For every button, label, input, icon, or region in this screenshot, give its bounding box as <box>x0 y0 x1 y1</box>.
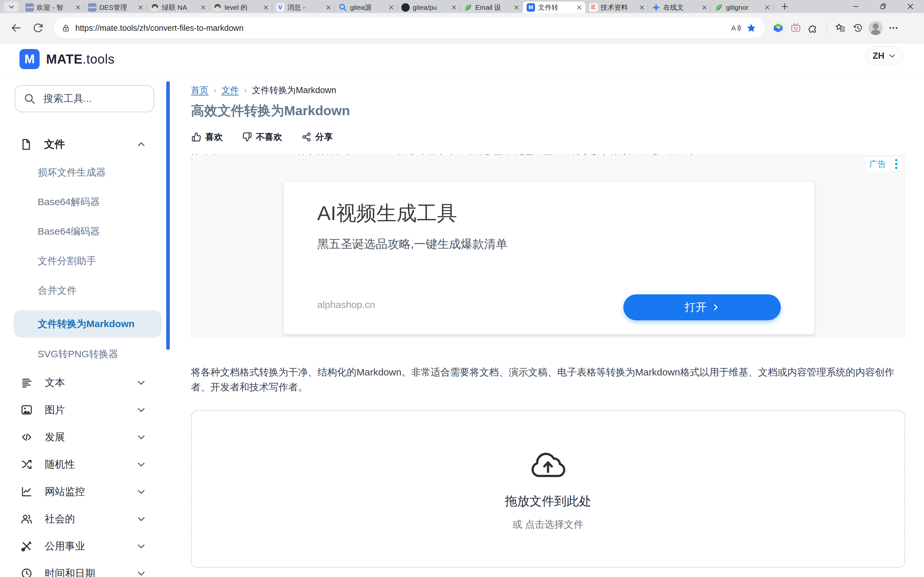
language-selector[interactable]: ZH <box>866 47 903 65</box>
browser-tab[interactable]: 技术资料 <box>585 2 648 13</box>
tab-close-icon[interactable] <box>326 5 332 10</box>
browser-tab[interactable]: gitignor <box>711 2 773 13</box>
sidebar-item-convert-files-to-markdown[interactable]: 文件转换为Markdown <box>14 310 162 337</box>
browser-tab-active[interactable]: M 文件转 <box>523 2 585 13</box>
favorites-icon[interactable] <box>832 19 849 37</box>
extensions-puzzle-icon[interactable] <box>805 19 822 37</box>
tab-close-icon[interactable] <box>138 5 144 10</box>
browser-tab[interactable]: Email 设 <box>460 2 523 13</box>
search-input[interactable] <box>43 93 140 105</box>
close-window-button[interactable] <box>897 0 924 13</box>
sidebar-category-development[interactable]: 发展 <box>0 426 166 448</box>
tab-title: 在线文 <box>663 3 700 12</box>
dropzone-secondary-text[interactable]: 或 点击选择文件 <box>513 518 584 531</box>
sidebar-item-base64-encoder[interactable]: Base64编码器 <box>14 218 162 245</box>
bookmark-star-icon[interactable] <box>743 20 759 36</box>
browser-tab[interactable]: Cowin 欢迎 - 智 <box>21 2 84 13</box>
chevron-down-icon[interactable] <box>136 378 146 387</box>
sidebar-item-base64-decoder[interactable]: Base64解码器 <box>14 188 162 216</box>
red-doc-favicon <box>589 3 598 12</box>
sidebar-category-text[interactable]: 文本 <box>0 371 166 394</box>
sidebar-category-time-and-date[interactable]: 时间和日期 <box>0 562 166 577</box>
sidebar: 文件 损坏文件生成器 Base64解码器 Base64编码器 文件分割助手 合并… <box>0 75 182 577</box>
tab-close-icon[interactable] <box>200 5 206 10</box>
ad-open-button[interactable]: 打开 <box>623 294 781 320</box>
sidebar-category-website-monitoring[interactable]: 网站监控 <box>0 480 166 503</box>
browser-tab[interactable]: gitea源 <box>335 2 397 13</box>
cowin-favicon: Cowin <box>88 3 97 12</box>
tv-extension-icon[interactable] <box>787 19 805 37</box>
browser-tab[interactable]: 绿联 NA <box>147 2 210 13</box>
window-controls <box>842 0 924 13</box>
tool-search-box[interactable] <box>15 85 154 112</box>
sidebar-category-label: 发展 <box>45 430 136 444</box>
tab-close-icon[interactable] <box>576 5 582 10</box>
sidebar-item-svg-to-png[interactable]: SVG转PNG转换器 <box>14 340 162 367</box>
toolbar-divider <box>827 22 827 34</box>
breadcrumb-home-link[interactable]: 首页 <box>191 84 208 96</box>
ad-options-dots-icon[interactable] <box>890 158 901 170</box>
sidebar-scrollbar[interactable] <box>166 81 170 350</box>
browser-tab[interactable]: Cowin DES管理 <box>84 2 147 13</box>
tab-title: 绿联 NA <box>162 3 198 12</box>
sidebar-item-merge-files[interactable]: 合并文件 <box>14 277 162 304</box>
tab-close-icon[interactable] <box>263 5 269 10</box>
line-chart-icon <box>19 486 34 498</box>
sidebar-category-image[interactable]: 图片 <box>0 398 166 421</box>
chevron-up-icon[interactable] <box>136 140 146 149</box>
dislike-button[interactable]: 不喜欢 <box>242 131 282 143</box>
chevron-down-icon[interactable] <box>136 405 146 415</box>
tab-close-icon[interactable] <box>451 5 457 10</box>
browser-tab[interactable]: 在线文 <box>648 2 711 13</box>
chevron-down-icon[interactable] <box>136 569 146 577</box>
sidebar-category-label: 文本 <box>45 376 136 389</box>
file-icon <box>20 139 32 150</box>
tab-title: 技术资料 <box>601 3 637 12</box>
sidebar-category-social[interactable]: 社会的 <box>0 508 166 530</box>
browser-tab[interactable]: gitea/pu <box>397 2 460 13</box>
chevron-down-icon[interactable] <box>136 487 146 496</box>
sidebar-category-utilities[interactable]: 公用事业 <box>0 535 166 558</box>
ad-card[interactable]: AI视频生成工具 黑五圣诞选品攻略,一键生成爆款清单 alphashop.cn … <box>284 181 814 335</box>
like-button[interactable]: 喜欢 <box>192 131 223 143</box>
green-leaf-favicon <box>714 3 723 12</box>
refresh-button[interactable] <box>29 19 47 37</box>
cube-extension-icon[interactable] <box>769 19 787 37</box>
new-tab-button[interactable] <box>778 1 792 12</box>
sidebar-section-files[interactable]: 文件 <box>0 133 166 156</box>
share-button[interactable]: 分享 <box>302 131 333 143</box>
tab-close-icon[interactable] <box>639 5 645 10</box>
sidebar-item-file-splitter[interactable]: 文件分割助手 <box>14 247 162 274</box>
read-aloud-icon[interactable]: A <box>728 20 743 36</box>
chevron-down-icon[interactable] <box>136 459 146 469</box>
site-logo[interactable]: M MATE.tools <box>19 49 114 69</box>
breadcrumb-files-link[interactable]: 文件 <box>221 84 239 96</box>
blue-star-favicon <box>652 3 660 12</box>
settings-more-icon[interactable] <box>885 19 902 37</box>
sidebar-item-label: 损坏文件生成器 <box>38 166 106 179</box>
history-icon[interactable] <box>849 19 866 37</box>
file-dropzone[interactable]: 拖放文件到此处 或 点击选择文件 <box>191 410 905 568</box>
tab-close-icon[interactable] <box>701 5 708 10</box>
tab-search-button[interactable] <box>4 2 19 12</box>
browser-tab[interactable]: level 的 <box>210 2 272 13</box>
chevron-down-icon[interactable] <box>136 541 146 551</box>
ad-badge[interactable]: 广告 <box>866 157 889 171</box>
tab-close-icon[interactable] <box>75 5 81 10</box>
sidebar-item-corrupt-file-generator[interactable]: 损坏文件生成器 <box>14 159 162 186</box>
tab-close-icon[interactable] <box>764 5 770 10</box>
back-button[interactable] <box>7 19 25 37</box>
sidebar-category-randomness[interactable]: 随机性 <box>0 453 166 476</box>
ad-badge-row: 广告 <box>866 157 901 171</box>
address-bar[interactable]: https://mate.tools/zh/convert-files-to-m… <box>54 18 765 38</box>
profile-avatar[interactable] <box>869 21 883 35</box>
minimize-button[interactable] <box>842 0 869 13</box>
dislike-label: 不喜欢 <box>256 131 282 143</box>
browser-tab[interactable]: V 消息 - <box>272 2 335 13</box>
url-text[interactable]: https://mate.tools/zh/convert-files-to-m… <box>75 23 728 33</box>
tab-close-icon[interactable] <box>388 5 394 10</box>
chevron-down-icon[interactable] <box>136 514 146 524</box>
tab-close-icon[interactable] <box>514 5 519 10</box>
restore-button[interactable] <box>869 0 897 13</box>
chevron-down-icon[interactable] <box>136 432 146 442</box>
